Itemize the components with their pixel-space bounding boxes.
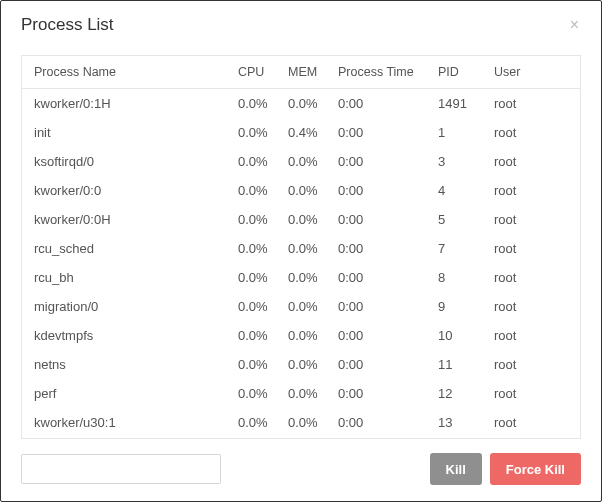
cell-user: root (488, 408, 580, 437)
cell-time: 0:00 (332, 147, 432, 176)
cell-user: root (488, 147, 580, 176)
cell-pid: 15 (432, 437, 488, 438)
process-table: Process Name CPU MEM Process Time PID Us… (22, 56, 580, 438)
cell-cpu: 0.0% (232, 147, 282, 176)
table-row[interactable]: migration/00.0%0.0%0:009root (22, 292, 580, 321)
cell-name: rcu_sched (22, 234, 232, 263)
cell-cpu: 0.0% (232, 350, 282, 379)
process-table-scroll[interactable]: Process Name CPU MEM Process Time PID Us… (22, 56, 580, 438)
cell-mem: 0.0% (282, 292, 332, 321)
table-row[interactable]: netns0.0%0.0%0:0011root (22, 350, 580, 379)
cell-time: 0:00 (332, 350, 432, 379)
cell-cpu: 0.0% (232, 89, 282, 119)
cell-cpu: 0.0% (232, 437, 282, 438)
process-list-modal: Process List × Process Name CPU MEM Proc… (0, 0, 602, 502)
cell-mem: 0.0% (282, 89, 332, 119)
cell-mem: 0.0% (282, 408, 332, 437)
col-header-name[interactable]: Process Name (22, 56, 232, 89)
cell-cpu: 0.0% (232, 292, 282, 321)
col-header-user[interactable]: User (488, 56, 580, 89)
cell-name: rcu_bh (22, 263, 232, 292)
table-row[interactable]: rcu_sched0.0%0.0%0:007root (22, 234, 580, 263)
cell-name: init (22, 118, 232, 147)
cell-time: 0:00 (332, 176, 432, 205)
table-row[interactable]: kworker/0:1H0.0%0.0%0:001491root (22, 89, 580, 119)
cell-pid: 1 (432, 118, 488, 147)
col-header-mem[interactable]: MEM (282, 56, 332, 89)
cell-pid: 12 (432, 379, 488, 408)
cell-mem: 0.0% (282, 437, 332, 438)
cell-mem: 0.0% (282, 234, 332, 263)
cell-cpu: 0.0% (232, 118, 282, 147)
cell-time: 0:00 (332, 292, 432, 321)
cell-pid: 10 (432, 321, 488, 350)
process-table-container: Process Name CPU MEM Process Time PID Us… (21, 55, 581, 439)
cell-pid: 9 (432, 292, 488, 321)
table-row[interactable]: kdevtmpfs0.0%0.0%0:0010root (22, 321, 580, 350)
cell-time: 0:00 (332, 234, 432, 263)
cell-user: root (488, 379, 580, 408)
col-header-cpu[interactable]: CPU (232, 56, 282, 89)
cell-name: netns (22, 350, 232, 379)
table-row[interactable]: perf0.0%0.0%0:0012root (22, 379, 580, 408)
filter-input[interactable] (21, 454, 221, 484)
cell-mem: 0.0% (282, 379, 332, 408)
modal-header: Process List × (1, 1, 601, 47)
cell-user: root (488, 118, 580, 147)
cell-mem: 0.0% (282, 176, 332, 205)
kill-button[interactable]: Kill (430, 453, 482, 485)
table-row[interactable]: init0.0%0.4%0:001root (22, 118, 580, 147)
cell-user: root (488, 350, 580, 379)
cell-time: 0:00 (332, 205, 432, 234)
col-header-time[interactable]: Process Time (332, 56, 432, 89)
table-row[interactable]: kworker/0:00.0%0.0%0:004root (22, 176, 580, 205)
cell-name: migration/0 (22, 292, 232, 321)
cell-pid: 7 (432, 234, 488, 263)
cell-cpu: 0.0% (232, 205, 282, 234)
cell-name: kdevtmpfs (22, 321, 232, 350)
col-header-pid[interactable]: PID (432, 56, 488, 89)
cell-cpu: 0.0% (232, 379, 282, 408)
cell-mem: 0.4% (282, 118, 332, 147)
table-row[interactable]: ksoftirqd/00.0%0.0%0:003root (22, 147, 580, 176)
table-header-row: Process Name CPU MEM Process Time PID Us… (22, 56, 580, 89)
cell-name: kworker/u30:1 (22, 408, 232, 437)
cell-pid: 11 (432, 350, 488, 379)
table-row[interactable]: xenwatch0.0%0.0%0:0015root (22, 437, 580, 438)
cell-mem: 0.0% (282, 263, 332, 292)
cell-pid: 4 (432, 176, 488, 205)
cell-cpu: 0.0% (232, 408, 282, 437)
cell-name: kworker/0:0 (22, 176, 232, 205)
cell-user: root (488, 263, 580, 292)
cell-user: root (488, 437, 580, 438)
cell-time: 0:00 (332, 379, 432, 408)
cell-time: 0:00 (332, 263, 432, 292)
cell-name: perf (22, 379, 232, 408)
cell-pid: 1491 (432, 89, 488, 119)
cell-cpu: 0.0% (232, 234, 282, 263)
cell-name: xenwatch (22, 437, 232, 438)
cell-time: 0:00 (332, 89, 432, 119)
cell-user: root (488, 292, 580, 321)
cell-name: kworker/0:0H (22, 205, 232, 234)
cell-user: root (488, 234, 580, 263)
cell-pid: 3 (432, 147, 488, 176)
cell-pid: 13 (432, 408, 488, 437)
modal-title: Process List (21, 15, 114, 35)
cell-cpu: 0.0% (232, 263, 282, 292)
cell-mem: 0.0% (282, 147, 332, 176)
cell-user: root (488, 205, 580, 234)
table-row[interactable]: kworker/u30:10.0%0.0%0:0013root (22, 408, 580, 437)
cell-user: root (488, 176, 580, 205)
table-row[interactable]: rcu_bh0.0%0.0%0:008root (22, 263, 580, 292)
cell-user: root (488, 321, 580, 350)
cell-time: 0:00 (332, 321, 432, 350)
modal-footer: Kill Force Kill (1, 439, 601, 501)
cell-mem: 0.0% (282, 205, 332, 234)
cell-time: 0:00 (332, 437, 432, 438)
cell-cpu: 0.0% (232, 176, 282, 205)
table-row[interactable]: kworker/0:0H0.0%0.0%0:005root (22, 205, 580, 234)
cell-time: 0:00 (332, 118, 432, 147)
close-icon[interactable]: × (568, 15, 581, 35)
force-kill-button[interactable]: Force Kill (490, 453, 581, 485)
